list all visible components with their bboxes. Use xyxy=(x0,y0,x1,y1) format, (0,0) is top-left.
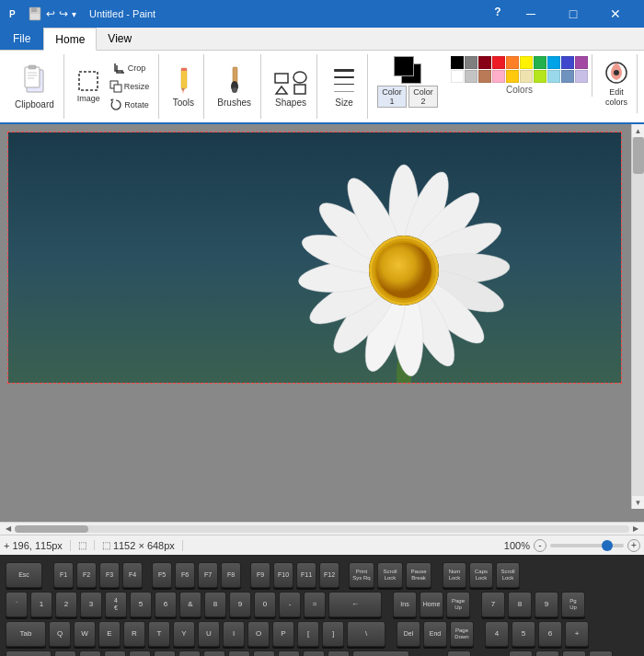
key-scrlk2[interactable]: ScrollLock xyxy=(496,562,520,588)
key-i[interactable]: I xyxy=(223,621,245,647)
key-y[interactable]: Y xyxy=(173,621,195,647)
key-1[interactable]: 1 xyxy=(30,592,52,617)
key-p[interactable]: P xyxy=(272,621,294,647)
key-numenter[interactable]: Ent xyxy=(589,650,613,656)
key-esc[interactable]: Esc xyxy=(6,562,42,588)
key-f9[interactable]: F9 xyxy=(250,562,270,588)
key-6[interactable]: 6 xyxy=(155,592,177,617)
color1-preview[interactable] xyxy=(394,56,414,76)
customize-toolbar-icon[interactable]: ▾ xyxy=(72,9,76,19)
tab-file[interactable]: File xyxy=(0,28,43,50)
key-s[interactable]: S xyxy=(79,650,101,656)
color-cell-14[interactable] xyxy=(506,70,519,83)
color-cell-16[interactable] xyxy=(534,70,546,83)
key-k[interactable]: K xyxy=(228,650,250,656)
resize-button[interactable]: Resize xyxy=(106,78,154,95)
key-d[interactable]: D xyxy=(104,650,126,656)
scroll-up-button[interactable]: ▲ xyxy=(632,124,644,137)
color-cell-12[interactable] xyxy=(478,70,491,83)
color-cell-5[interactable] xyxy=(520,56,533,69)
key-scrlk[interactable]: ScrollLock xyxy=(377,562,403,588)
zoom-thumb[interactable] xyxy=(602,540,613,551)
edit-colors-button[interactable]: Editcolors xyxy=(600,58,633,109)
key-f5[interactable]: F5 xyxy=(152,562,172,588)
tab-home[interactable]: Home xyxy=(43,28,97,51)
key-enter[interactable]: Enter xyxy=(352,650,409,656)
maximize-button[interactable]: □ xyxy=(552,0,594,28)
color-cell-15[interactable] xyxy=(520,70,533,83)
key-num5[interactable]: 5 xyxy=(512,621,535,647)
color-cell-11[interactable] xyxy=(465,70,477,83)
key-num9[interactable]: 9 xyxy=(535,592,558,617)
color-cell-4[interactable] xyxy=(506,56,519,69)
key-3[interactable]: 3 xyxy=(80,592,102,617)
key-g[interactable]: G xyxy=(154,650,176,656)
key-q[interactable]: Q xyxy=(49,621,71,647)
key-semicolon[interactable]: ; xyxy=(278,650,300,656)
save-quick-icon[interactable] xyxy=(28,6,42,21)
key-f[interactable]: F xyxy=(129,650,151,656)
horizontal-scrollbar[interactable]: ◀ ▶ xyxy=(0,522,644,535)
key-delete[interactable]: Del xyxy=(397,621,420,647)
key-u[interactable]: U xyxy=(198,621,220,647)
key-backslash[interactable]: \ xyxy=(347,621,385,647)
key-f7[interactable]: F7 xyxy=(198,562,218,588)
key-j[interactable]: J xyxy=(203,650,225,656)
key-4[interactable]: 4€ xyxy=(105,592,127,617)
key-home[interactable]: Home xyxy=(420,592,443,617)
select-button[interactable]: Image xyxy=(74,68,104,105)
help-button[interactable]: ? xyxy=(488,2,508,22)
key-e[interactable]: E xyxy=(98,621,121,647)
minimize-button[interactable]: ─ xyxy=(510,0,552,28)
tab-view[interactable]: View xyxy=(97,28,143,50)
zoom-slider[interactable] xyxy=(550,544,624,547)
color-cell-10[interactable] xyxy=(451,70,464,83)
key-numlock[interactable]: NumLock xyxy=(443,562,466,588)
scroll-left-button[interactable]: ◀ xyxy=(2,523,15,535)
shapes-button[interactable]: Shapes xyxy=(270,64,311,109)
vertical-scrollbar[interactable]: ▲ ▼ xyxy=(631,124,644,509)
color-cell-0[interactable] xyxy=(451,56,464,69)
paint-canvas[interactable] xyxy=(7,132,622,384)
color-cell-1[interactable] xyxy=(465,56,477,69)
redo-icon[interactable]: ↪ xyxy=(59,7,68,20)
key-f4[interactable]: F4 xyxy=(122,562,143,588)
key-2[interactable]: 2 xyxy=(55,592,77,617)
key-insert[interactable]: Ins xyxy=(393,592,417,617)
key-end[interactable]: End xyxy=(423,621,447,647)
key-backtick[interactable]: ` xyxy=(6,592,28,617)
key-capslock-numpad[interactable]: CapsLock xyxy=(469,562,493,588)
key-r[interactable]: R xyxy=(123,621,145,647)
key-num1[interactable]: 1 xyxy=(509,650,533,656)
key-pause[interactable]: PauseBreak xyxy=(406,562,431,588)
key-numadd[interactable]: + xyxy=(565,621,589,647)
key-minus[interactable]: - xyxy=(279,592,301,617)
scroll-down-button[interactable]: ▼ xyxy=(632,496,644,509)
key-pgup[interactable]: PageUp xyxy=(446,592,470,617)
scroll-thumb[interactable] xyxy=(633,137,644,174)
key-equals[interactable]: = xyxy=(304,592,326,617)
zoom-out-button[interactable]: - xyxy=(534,539,546,552)
key-num2[interactable]: 2 xyxy=(535,650,559,656)
color-cell-18[interactable] xyxy=(561,70,574,83)
key-arrow-up[interactable]: ↑ xyxy=(447,650,471,656)
key-0[interactable]: 0 xyxy=(254,592,276,617)
color-cell-7[interactable] xyxy=(547,56,560,69)
zoom-in-button[interactable]: + xyxy=(627,539,640,552)
tools-button[interactable]: Tools xyxy=(168,64,198,109)
key-f1[interactable]: F1 xyxy=(53,562,74,588)
key-f6[interactable]: F6 xyxy=(175,562,195,588)
key-w[interactable]: W xyxy=(74,621,96,647)
key-tab[interactable]: Tab xyxy=(6,621,46,647)
h-scroll-thumb[interactable] xyxy=(15,525,88,533)
undo-icon[interactable]: ↩ xyxy=(46,7,55,20)
key-quote[interactable]: ' xyxy=(303,650,325,656)
color-cell-13[interactable] xyxy=(492,70,505,83)
key-rbracket[interactable]: ] xyxy=(322,621,344,647)
key-num7[interactable]: 7 xyxy=(481,592,505,617)
key-numpgup[interactable]: PgUp xyxy=(561,592,585,617)
crop-button[interactable]: Crop xyxy=(106,60,154,76)
rotate-button[interactable]: Rotate xyxy=(106,97,154,113)
key-pgdn[interactable]: PageDown xyxy=(450,621,474,647)
size-button[interactable]: Size xyxy=(327,63,362,109)
